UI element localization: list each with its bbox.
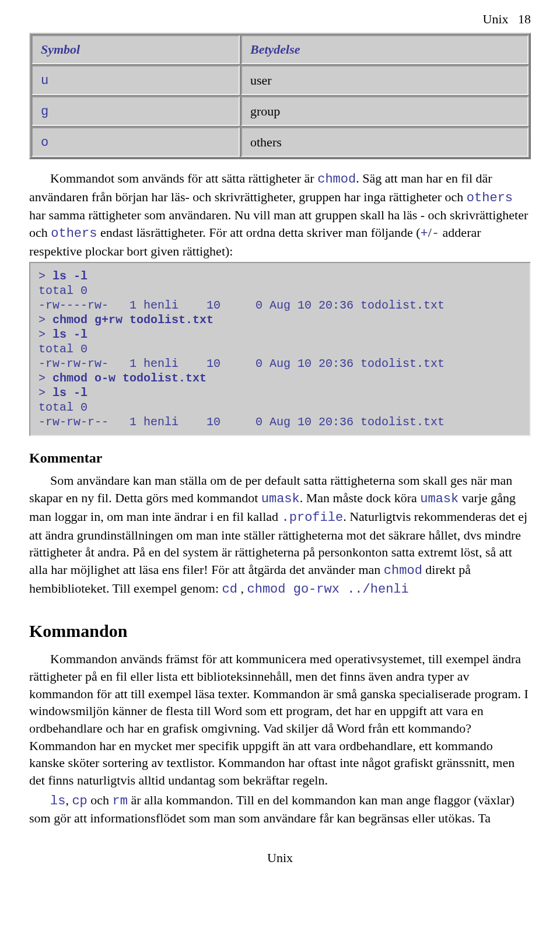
meaning-cell: user (241, 65, 528, 95)
meaning-cell: others (241, 127, 528, 157)
table-header-betydelse: Betydelse (241, 35, 528, 64)
header-page-number: 18 (518, 12, 531, 26)
prompt: > (38, 313, 52, 327)
text: och (88, 793, 113, 807)
code-minus: - (432, 226, 439, 241)
intro-paragraph: Kommandot som används för att sätta rätt… (29, 170, 531, 260)
output: -rw-rw-rw- 1 henli 10 0 Aug 10 20:36 tod… (38, 357, 444, 370)
symbol-cell: o (41, 135, 48, 150)
code-umask: umask (420, 492, 459, 506)
prompt: > (38, 386, 52, 400)
command-chmod: chmod o-w todolist.txt (52, 372, 206, 385)
code-plus: + (421, 226, 428, 241)
kommandon-paragraph-2: ls, cp och rm är alla kommandon. Till en… (29, 792, 531, 827)
code-chmod: chmod (317, 172, 356, 187)
code-rm: rm (113, 794, 128, 808)
symbol-cell: u (41, 73, 48, 88)
meaning-cell: group (241, 96, 528, 126)
prompt: > (38, 328, 52, 341)
text: Kommandot som används för att sätta rätt… (50, 171, 317, 185)
code-profile: .profile (282, 510, 344, 525)
table-row: g group (32, 96, 528, 126)
text: , (237, 581, 247, 596)
kommandon-heading: Kommandon (29, 621, 531, 641)
output: -rw----rw- 1 henli 10 0 Aug 10 20:36 tod… (38, 299, 444, 312)
command-ls: ls -l (52, 386, 88, 400)
code-cd: cd (222, 582, 237, 597)
symbol-table: Symbol Betydelse u user g group o others (29, 33, 531, 159)
output: total 0 (38, 284, 88, 297)
prompt: > (38, 269, 52, 283)
code-cp: cp (72, 794, 87, 808)
text: . Man måste dock köra (300, 491, 421, 505)
kommentar-paragraph: Som användare kan man ställa om de per d… (29, 472, 531, 598)
header-title: Unix (483, 12, 509, 26)
text: endast läsrättigheter. För att ordna det… (97, 225, 420, 240)
page-footer: Unix (29, 850, 531, 866)
code-umask: umask (261, 492, 300, 506)
command-chmod: chmod g+rw todolist.txt (52, 313, 214, 327)
kommandon-paragraph-1: Kommandon används främst för att kommuni… (29, 650, 531, 789)
prompt: > (38, 372, 52, 385)
table-row: u user (32, 65, 528, 95)
code-others: others (467, 191, 513, 205)
table-header-symbol: Symbol (32, 35, 240, 64)
kommentar-heading: Kommentar (29, 450, 531, 466)
symbol-cell: g (41, 104, 48, 119)
code-block: > ls -l total 0 -rw----rw- 1 henli 10 0 … (29, 262, 531, 436)
page-header: Unix 18 (29, 12, 531, 27)
table-row: o others (32, 127, 528, 157)
command-ls: ls -l (52, 328, 88, 341)
code-chmod-expr: chmod go-rwx ../henli (247, 582, 409, 597)
output: -rw-rw-r-- 1 henli 10 0 Aug 10 20:36 tod… (38, 415, 444, 429)
command-ls: ls -l (52, 269, 88, 283)
output: total 0 (38, 401, 88, 414)
code-ls: ls (50, 794, 65, 808)
output: total 0 (38, 342, 88, 356)
code-chmod: chmod (384, 563, 422, 578)
code-others: others (51, 226, 97, 241)
text: , (65, 793, 72, 807)
